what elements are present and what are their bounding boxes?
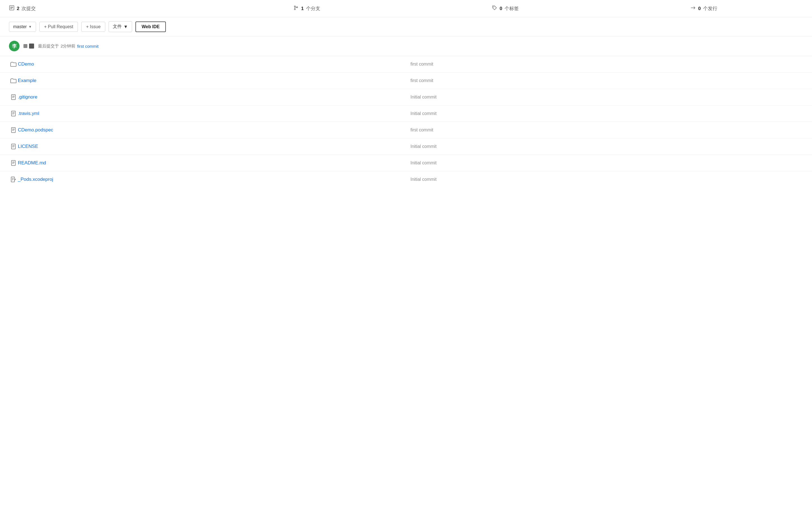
toolbar: master ▼ + Pull Request + Issue 文件 ▼ Web… [0, 17, 812, 36]
table-row: CDemo first commit [0, 56, 812, 73]
tags-label: 个标签 [505, 5, 519, 12]
commits-icon [9, 5, 14, 12]
svg-point-8 [493, 7, 494, 7]
commit-message-link[interactable]: first commit [77, 44, 99, 48]
commit-icons [24, 43, 34, 48]
file-commit-message: first commit [411, 62, 803, 67]
commit-meta: 最后提交于 2分钟前 first commit [38, 43, 99, 49]
commits-stat[interactable]: 2 次提交 [9, 5, 207, 12]
file-commit-message: Initial commit [411, 161, 803, 166]
file-commit-message: Initial commit [411, 177, 803, 182]
file-name[interactable]: CDemo [18, 61, 411, 67]
branches-label: 个分支 [306, 5, 320, 12]
file-name[interactable]: README.md [18, 160, 411, 166]
issue-button[interactable]: + Issue [81, 22, 105, 32]
file-name[interactable]: LICENSE [18, 144, 411, 149]
branch-label: master [13, 24, 27, 29]
branch-selector[interactable]: master ▼ [9, 22, 36, 32]
folder-icon [9, 61, 18, 67]
commit-bar: 李 最后提交于 2分钟前 first commit [0, 36, 812, 56]
table-row: LICENSE Initial commit [0, 138, 812, 155]
tags-icon [492, 5, 497, 12]
file-commit-message: first commit [411, 128, 803, 133]
file-name[interactable]: .gitignore [18, 94, 411, 100]
branches-stat[interactable]: 1 个分支 [207, 5, 406, 12]
file-icon [9, 127, 18, 133]
svg-rect-25 [11, 161, 15, 166]
table-row: .gitignore Initial commit [0, 89, 812, 105]
chevron-down-icon: ▼ [29, 25, 32, 29]
stats-bar: 2 次提交 1 个分支 0 个标签 [0, 0, 812, 17]
svg-rect-21 [11, 144, 15, 149]
file-commit-message: Initial commit [411, 111, 803, 116]
commit-icon-large [29, 43, 34, 48]
file-icon [9, 176, 18, 182]
avatar: 李 [9, 41, 20, 52]
table-row: .travis.yml Initial commit [0, 105, 812, 122]
file-name[interactable]: _Pods.xcodeproj [18, 177, 411, 182]
folder-icon [9, 77, 18, 84]
table-row: Example first commit [0, 73, 812, 89]
file-icon [9, 160, 18, 166]
file-name[interactable]: .travis.yml [18, 111, 411, 116]
commits-count: 2 [17, 6, 19, 11]
table-row: README.md Initial commit [0, 155, 812, 171]
branches-icon [293, 5, 299, 12]
tags-count: 0 [499, 6, 502, 11]
time-ago: 2分钟前 [61, 43, 75, 49]
file-icon [9, 143, 18, 149]
table-row: _Pods.xcodeproj Initial commit [0, 171, 812, 188]
files-button[interactable]: 文件 ▼ [109, 21, 132, 32]
branches-count: 1 [301, 6, 303, 11]
releases-icon [690, 5, 696, 12]
file-icon [9, 110, 18, 116]
file-commit-message: Initial commit [411, 144, 803, 149]
svg-rect-13 [11, 111, 15, 116]
table-row: CDemo.podspec first commit [0, 122, 812, 138]
file-name[interactable]: CDemo.podspec [18, 127, 411, 133]
svg-rect-17 [11, 128, 15, 133]
file-icon [9, 94, 18, 100]
file-name[interactable]: Example [18, 78, 411, 83]
pull-request-button[interactable]: + Pull Request [39, 22, 78, 32]
commit-icon-small [24, 44, 27, 48]
svg-rect-9 [11, 95, 15, 100]
file-commit-message: Initial commit [411, 95, 803, 100]
svg-rect-29 [11, 177, 14, 182]
files-chevron-icon: ▼ [123, 24, 128, 29]
tags-stat[interactable]: 0 个标签 [406, 5, 605, 12]
releases-stat[interactable]: 0 个发行 [605, 5, 803, 12]
releases-label: 个发行 [703, 5, 717, 12]
releases-count: 0 [698, 6, 701, 11]
commits-label: 次提交 [22, 5, 36, 12]
svg-point-4 [294, 6, 295, 7]
webide-button[interactable]: Web IDE [135, 22, 166, 32]
file-list: CDemo first commit Example first commit … [0, 56, 812, 188]
svg-point-5 [294, 9, 295, 10]
file-commit-message: first commit [411, 78, 803, 83]
files-label: 文件 [113, 24, 122, 30]
last-commit-prefix: 最后提交于 [38, 43, 59, 49]
